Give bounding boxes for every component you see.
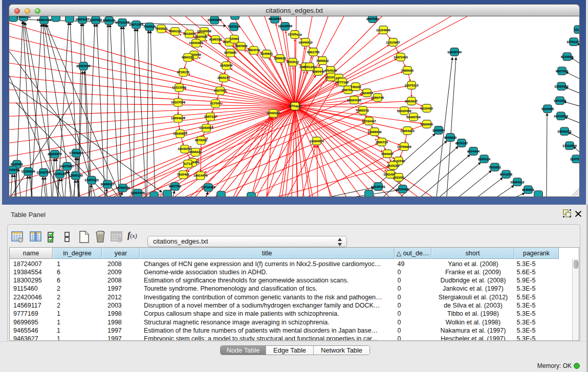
svg-text:9463627: 9463627 <box>405 99 418 103</box>
svg-text:10973493: 10973493 <box>394 55 408 59</box>
svg-text:1588520: 1588520 <box>274 56 287 60</box>
svg-text:9227342: 9227342 <box>556 69 569 73</box>
svg-text:18640910: 18640910 <box>298 40 313 44</box>
svg-text:8990448: 8990448 <box>312 70 325 73</box>
svg-text:10653267: 10653267 <box>75 17 90 21</box>
svg-text:11156829: 11156829 <box>21 169 35 173</box>
svg-text:7886372: 7886372 <box>357 108 369 112</box>
svg-text:17016504: 17016504 <box>562 144 577 147</box>
svg-text:8938923: 8938923 <box>444 136 457 139</box>
svg-text:8912954: 8912954 <box>183 32 196 35</box>
svg-text:17957223: 17957223 <box>84 178 99 182</box>
svg-text:16914479: 16914479 <box>193 173 208 177</box>
svg-text:2967608: 2967608 <box>235 44 248 48</box>
svg-text:1145194: 1145194 <box>54 172 66 176</box>
svg-text:9129966: 9129966 <box>561 55 574 58</box>
svg-text:9777169: 9777169 <box>336 80 349 84</box>
svg-text:11171: 11171 <box>574 28 580 31</box>
svg-text:8813054: 8813054 <box>269 17 281 20</box>
svg-text:2551254: 2551254 <box>303 65 316 69</box>
svg-text:746266: 746266 <box>351 85 361 89</box>
svg-text:18495796: 18495796 <box>406 115 421 119</box>
svg-text:10958107: 10958107 <box>100 182 115 186</box>
svg-text:9699695: 9699695 <box>421 122 433 126</box>
svg-text:12093382: 12093382 <box>554 84 569 88</box>
svg-text:14136141: 14136141 <box>371 185 385 188</box>
svg-text:8454749: 8454749 <box>248 48 260 52</box>
svg-text:18107554: 18107554 <box>171 100 185 104</box>
svg-text:20053346: 20053346 <box>76 64 91 68</box>
svg-text:7955812: 7955812 <box>316 59 329 62</box>
svg-text:1244415: 1244415 <box>554 99 567 102</box>
svg-text:7515526: 7515526 <box>143 25 156 28</box>
svg-text:9657791: 9657791 <box>169 184 182 188</box>
svg-text:10756928: 10756928 <box>397 145 411 148</box>
svg-text:7663822: 7663822 <box>155 27 168 30</box>
svg-text:3824554: 3824554 <box>361 91 374 95</box>
svg-text:9242848: 9242848 <box>220 63 233 67</box>
svg-text:3498222: 3498222 <box>189 150 202 154</box>
svg-text:8186328: 8186328 <box>209 37 222 41</box>
svg-text:8427552: 8427552 <box>214 89 227 92</box>
svg-text:20691406: 20691406 <box>37 18 51 21</box>
svg-text:7485063: 7485063 <box>401 69 414 72</box>
svg-text:9115460: 9115460 <box>421 106 433 110</box>
svg-text:29975887: 29975887 <box>60 164 74 168</box>
svg-text:19054925: 19054925 <box>171 116 185 120</box>
svg-text:12942757: 12942757 <box>36 170 51 174</box>
svg-text:7357224: 7357224 <box>228 25 241 28</box>
svg-text:12923448: 12923448 <box>130 191 145 194</box>
svg-text:9146821: 9146821 <box>260 52 273 55</box>
svg-text:19654923: 19654923 <box>400 129 415 133</box>
svg-text:9890113: 9890113 <box>182 55 194 59</box>
svg-text:16782759: 16782759 <box>116 186 130 189</box>
svg-text:20364436: 20364436 <box>347 98 361 102</box>
svg-text:3215955: 3215955 <box>541 107 554 111</box>
svg-text:9245652: 9245652 <box>522 188 535 191</box>
svg-text:19166825: 19166825 <box>173 132 187 135</box>
svg-text:6879197: 6879197 <box>455 141 468 145</box>
svg-text:15751074: 15751074 <box>567 40 580 43</box>
svg-text:6961758: 6961758 <box>307 50 320 54</box>
svg-text:12975115: 12975115 <box>404 83 419 87</box>
svg-text:9474444: 9474444 <box>467 149 480 153</box>
svg-text:2803144: 2803144 <box>217 76 230 79</box>
svg-text:16648784: 16648784 <box>447 50 462 54</box>
svg-text:18300295: 18300295 <box>266 111 280 115</box>
svg-text:17359924: 17359924 <box>69 151 83 155</box>
svg-text:16210643: 16210643 <box>554 114 568 118</box>
svg-text:2718176: 2718176 <box>177 70 190 74</box>
svg-text:13353504: 13353504 <box>199 126 213 129</box>
svg-text:15692971: 15692971 <box>557 129 572 133</box>
svg-text:2087682: 2087682 <box>366 17 379 20</box>
svg-text:15720407: 15720407 <box>362 119 376 123</box>
svg-text:19384554: 19384554 <box>310 139 324 143</box>
svg-text:10025458: 10025458 <box>397 109 411 113</box>
svg-text:15463: 15463 <box>230 37 239 40</box>
svg-text:617004: 617004 <box>210 101 221 105</box>
svg-text:3675685: 3675685 <box>224 51 237 54</box>
svg-text:6145061: 6145061 <box>11 162 24 166</box>
svg-text:2935114: 2935114 <box>478 157 490 161</box>
svg-text:15716485: 15716485 <box>201 185 215 189</box>
svg-text:19218506: 19218506 <box>278 24 292 28</box>
svg-text:8660124: 8660124 <box>169 29 182 33</box>
svg-text:8322037: 8322037 <box>287 60 299 63</box>
svg-text:18724007: 18724007 <box>288 104 302 107</box>
svg-text:14055721: 14055721 <box>16 16 31 18</box>
svg-text:1880724: 1880724 <box>376 140 388 144</box>
svg-text:1527602: 1527602 <box>90 18 102 21</box>
svg-text:20206576: 20206576 <box>48 152 62 156</box>
svg-text:10654112: 10654112 <box>510 180 525 184</box>
svg-text:10671355: 10671355 <box>129 23 143 26</box>
svg-text:1167534: 1167534 <box>570 157 580 161</box>
svg-text:11713: 11713 <box>184 162 192 165</box>
svg-text:10688639: 10688639 <box>367 130 382 134</box>
svg-text:6466160: 6466160 <box>103 18 116 22</box>
svg-text:1640954: 1640954 <box>432 128 445 132</box>
svg-text:3267110: 3267110 <box>204 115 216 118</box>
svg-text:12213967: 12213967 <box>386 40 400 44</box>
svg-text:1733426: 1733426 <box>397 187 409 191</box>
svg-text:7625402: 7625402 <box>177 172 190 176</box>
svg-text:12505135: 12505135 <box>69 173 83 177</box>
